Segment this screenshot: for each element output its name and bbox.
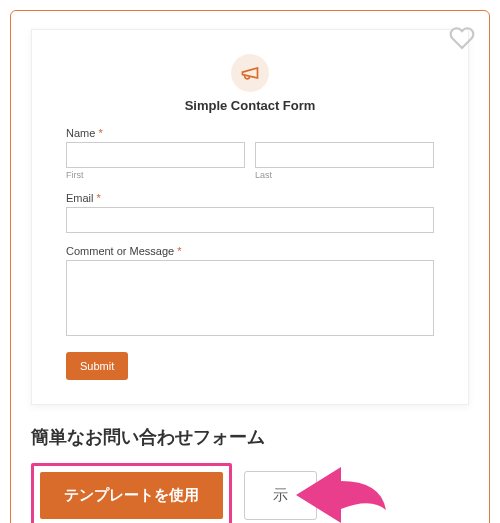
comment-textarea[interactable] <box>66 260 434 336</box>
comment-label-text: Comment or Message <box>66 245 174 257</box>
last-sublabel: Last <box>255 170 434 180</box>
email-label-text: Email <box>66 192 94 204</box>
card-title: 簡単なお問い合わせフォーム <box>31 425 469 449</box>
comment-field-group: Comment or Message * <box>66 245 434 340</box>
use-template-highlight: テンプレートを使用 <box>31 463 232 523</box>
submit-button[interactable]: Submit <box>66 352 128 380</box>
name-field-group: Name * First Last <box>66 127 434 180</box>
email-field-group: Email * <box>66 192 434 233</box>
email-label: Email * <box>66 192 434 204</box>
megaphone-icon <box>231 54 269 92</box>
actions-row: テンプレートを使用 示 <box>31 463 469 523</box>
first-name-input[interactable] <box>66 142 245 168</box>
favorite-icon[interactable] <box>449 25 475 55</box>
name-label: Name * <box>66 127 434 139</box>
required-mark: * <box>97 192 101 204</box>
use-template-button[interactable]: テンプレートを使用 <box>40 472 223 519</box>
required-mark: * <box>98 127 102 139</box>
name-label-text: Name <box>66 127 95 139</box>
form-preview-panel: Simple Contact Form Name * First Last Em… <box>31 29 469 405</box>
template-card: Simple Contact Form Name * First Last Em… <box>10 10 490 523</box>
preview-header: Simple Contact Form <box>66 54 434 113</box>
email-input[interactable] <box>66 207 434 233</box>
required-mark: * <box>177 245 181 257</box>
first-sublabel: First <box>66 170 245 180</box>
comment-label: Comment or Message * <box>66 245 434 257</box>
last-name-input[interactable] <box>255 142 434 168</box>
preview-title: Simple Contact Form <box>66 98 434 113</box>
secondary-button[interactable]: 示 <box>244 471 317 520</box>
